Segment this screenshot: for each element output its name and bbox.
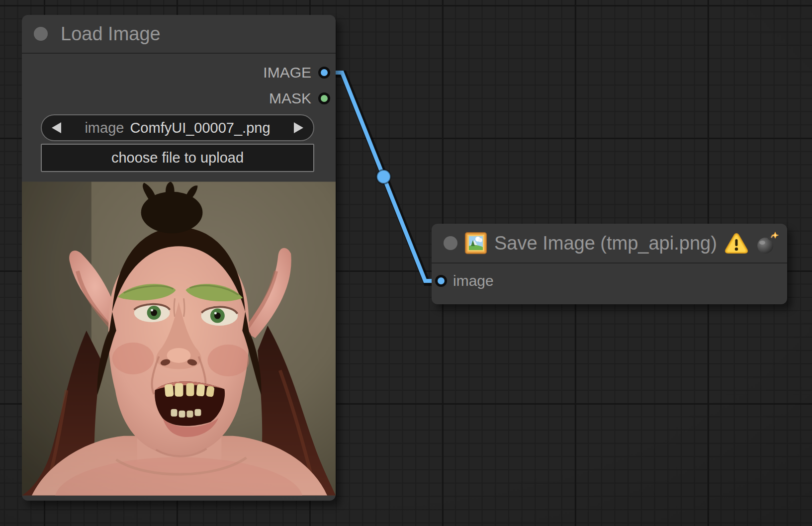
input-label: image — [453, 272, 494, 289]
output-label: IMAGE — [263, 64, 311, 81]
load-image-title-bar[interactable]: Load Image — [22, 15, 336, 54]
image-preview — [22, 181, 336, 496]
save-image-title-bar[interactable]: Save Image (tmp_api.png) — [432, 224, 787, 263]
node-title: Load Image — [61, 23, 161, 45]
choose-file-button[interactable]: choose file to upload — [41, 144, 314, 172]
choose-file-label: choose file to upload — [111, 150, 244, 166]
node-title: Save Image (tmp_api.png) — [494, 233, 717, 254]
bomb-icon — [756, 232, 779, 255]
input-port-image[interactable] — [435, 275, 447, 287]
save-image-node[interactable]: Save Image (tmp_api.png) — [432, 224, 787, 304]
warning-icon — [724, 232, 748, 254]
node-status-dot[interactable] — [34, 27, 48, 41]
output-port-mask[interactable] — [318, 92, 330, 104]
combo-widget-value: ComfyUI_00007_.png — [130, 120, 270, 136]
graph-canvas[interactable]: Load Image IMAGE MASK image ComfyUI_0000… — [0, 0, 812, 526]
image-combo-widget[interactable]: image ComfyUI_00007_.png — [41, 114, 314, 141]
troll-portrait — [22, 181, 336, 496]
framed-picture-icon — [465, 232, 487, 254]
combo-prev-icon[interactable] — [52, 122, 61, 133]
output-label: MASK — [269, 90, 311, 107]
link-midpoint-dot[interactable] — [377, 170, 391, 184]
output-port-image[interactable] — [318, 67, 330, 79]
input-slot-image: image — [435, 272, 494, 289]
output-slot-image: IMAGE — [263, 64, 330, 81]
node-status-dot[interactable] — [444, 236, 457, 250]
combo-widget-name: image — [85, 120, 124, 136]
combo-next-icon[interactable] — [294, 122, 303, 133]
load-image-node[interactable]: Load Image IMAGE MASK image ComfyUI_0000… — [22, 15, 336, 501]
output-slot-mask: MASK — [269, 90, 330, 107]
